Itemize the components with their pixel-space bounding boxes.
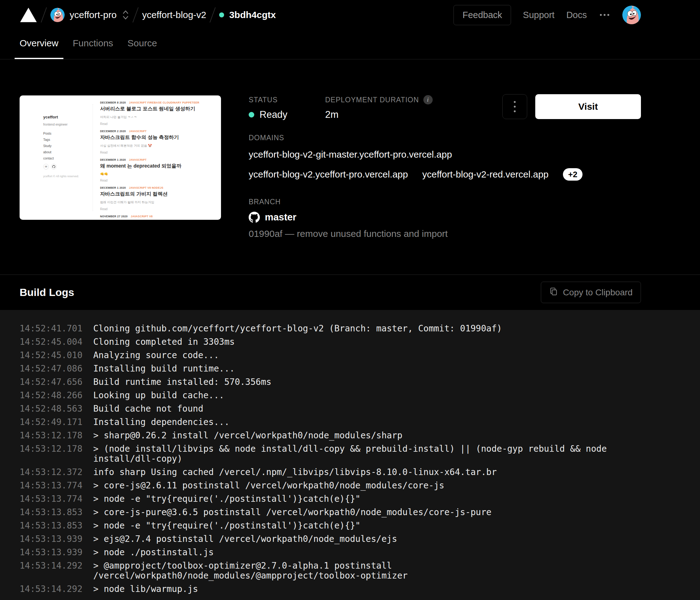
breadcrumb-separator <box>132 7 139 23</box>
preview-post-title: 서버리스로 블로그 포스트 썸네일 생성하기 <box>100 106 216 112</box>
log-timestamp: 14:52:47.656 <box>20 377 93 387</box>
preview-nav: PostsTagsStudyaboutcontact <box>43 131 90 160</box>
log-line: 14:53:13.774 > core-js@2.6.11 postinstal… <box>20 481 669 491</box>
tab[interactable]: Functions <box>68 30 118 59</box>
log-timestamp: 14:53:13.939 <box>20 547 93 557</box>
breadcrumb-separator <box>210 7 216 23</box>
log-message: > core-js@2.6.11 postinstall /vercel/wor… <box>93 481 444 491</box>
log-timestamp: 14:53:12.178 <box>20 430 93 441</box>
preview-posts: DECEMBER 8 2020 JAVASCRIPT FIREBASE CLOU… <box>100 101 216 220</box>
commit-message: 01990af — remove unused functions and im… <box>249 228 641 240</box>
feedback-button[interactable]: Feedback <box>453 5 511 25</box>
ready-status-dot <box>249 112 254 118</box>
domain-link[interactable]: yceffort-blog-v2.yceffort-pro.vercel.app <box>249 167 408 182</box>
preview-site-name: yceffort <box>43 115 90 119</box>
log-message: Build cache not found <box>93 404 203 414</box>
log-timestamp: 14:52:41.701 <box>20 324 93 333</box>
github-icon <box>249 212 260 223</box>
preview-post-read-link: Read <box>100 122 216 126</box>
preview-post-excerpt: 사실 실전에서 해본적은 거의 없음 🤡 <box>100 144 216 148</box>
breadcrumb-team[interactable]: yceffort-pro <box>50 8 117 22</box>
log-line: 14:53:13.939 > ejs@2.7.4 postinstall /ve… <box>20 534 669 544</box>
log-line: 14:53:13.853 > node -e "try{require('./p… <box>20 521 669 531</box>
log-timestamp: 14:52:49.171 <box>20 417 93 427</box>
deployment-id: 3bdh4cgtx <box>229 10 276 20</box>
log-timestamp: 14:52:47.086 <box>20 364 93 374</box>
preview-post-read-link: Read <box>100 179 216 182</box>
more-domains-badge[interactable]: +2 <box>563 168 583 181</box>
log-line: 14:53:12.178 > (node install/libvips && … <box>20 444 669 464</box>
preview-post-date: DECEMBER 8 2020 <box>100 101 126 104</box>
top-nav-actions: Feedback Support Docs <box>453 5 641 25</box>
log-message: Installing build runtime... <box>93 364 235 374</box>
log-timestamp: 14:52:45.004 <box>20 337 93 347</box>
preview-post-title: 자바스크립트의 가비지 컬렉션 <box>100 191 216 197</box>
breadcrumb-deployment[interactable]: 3bdh4cgtx <box>219 10 276 20</box>
tab[interactable]: Source <box>123 30 162 59</box>
preview-post-date: NOVEMBER 27 2020 <box>100 215 128 218</box>
log-timestamp: 14:53:13.939 <box>20 534 93 544</box>
preview-post: DECEMBER 8 2020 JAVASCRIPT FIREBASE CLOU… <box>100 101 216 126</box>
domain-link[interactable]: yceffort-blog-v2-git-master.yceffort-pro… <box>249 147 452 162</box>
branch-link[interactable]: master <box>265 212 297 223</box>
log-message: > node -e "try{require('./postinstall')}… <box>93 521 360 531</box>
log-message: Cloning github.com/yceffort/yceffort-blo… <box>93 324 502 333</box>
docs-link[interactable]: Docs <box>566 10 587 20</box>
deployment-overview: yceffort frontend engineer PostsTagsStud… <box>0 59 700 275</box>
log-timestamp: 14:53:13.774 <box>20 481 93 491</box>
log-timestamp: 14:53:14.292 <box>20 584 93 594</box>
team-name: yceffort-pro <box>70 10 117 20</box>
log-message: > sharp@0.26.2 install /vercel/workpath0… <box>93 430 402 441</box>
log-line: 14:53:12.178 > sharp@0.26.2 install /ver… <box>20 430 669 441</box>
log-message: Build runtime installed: 570.356ms <box>93 377 271 387</box>
log-line: 14:53:14.292 > @ampproject/toolbox-optim… <box>20 561 669 581</box>
log-timestamp: 14:53:13.853 <box>20 507 93 517</box>
preview-site: yceffort frontend engineer PostsTagsStud… <box>20 96 221 220</box>
support-link[interactable]: Support <box>523 10 554 20</box>
log-message: > node ./postinstall.js <box>93 547 214 557</box>
log-timestamp: 14:53:12.372 <box>20 467 93 477</box>
preview-footer: yceffort © All rights reserved. <box>43 175 90 178</box>
tab[interactable]: Overview <box>15 30 64 59</box>
breadcrumb-project[interactable]: yceffort-blog-v2 <box>142 10 206 20</box>
preview-nav-item: Tags <box>43 138 90 142</box>
user-avatar[interactable] <box>622 6 641 24</box>
more-menu-icon[interactable] <box>599 14 610 16</box>
preview-post: DECEMBER 2 2020 JAVASCRIPT 자바스크립트 함수의 성능… <box>100 130 216 154</box>
team-switcher-icon[interactable] <box>122 10 129 20</box>
deployment-menu-button[interactable] <box>502 94 527 119</box>
top-navigation: yceffort-pro yceffort-blog-v2 3bdh4cgtx … <box>0 0 700 30</box>
log-message: Cloning completed in 3303ms <box>93 337 235 347</box>
preview-post: NOVEMBER 27 2020 JAVASCRIPT V8 <box>100 215 216 220</box>
duration-value: 2m <box>325 108 433 121</box>
duration-label: DEPLOYMENT DURATION <box>325 96 419 104</box>
log-message: Installing dependencies... <box>93 417 229 427</box>
log-message: > ejs@2.7.4 postinstall /vercel/workpath… <box>93 534 397 544</box>
preview-nav-item: Posts <box>43 131 90 135</box>
build-log-output[interactable]: 14:52:41.701 Cloning github.com/yceffort… <box>0 310 700 600</box>
breadcrumb-separator <box>41 7 47 23</box>
preview-site-role: frontend engineer <box>43 123 90 126</box>
vercel-logo-icon[interactable] <box>20 7 37 23</box>
log-message: > node -e "try{require('./postinstall')}… <box>93 494 360 504</box>
preview-post-excerpt: 👊👊 <box>100 172 216 176</box>
visit-button[interactable]: Visit <box>535 94 641 119</box>
info-icon[interactable]: i <box>423 95 433 104</box>
domain-link[interactable]: yceffort-blog-v2-red.vercel.app <box>422 167 548 182</box>
preview-post-tags: JAVASCRIPT <box>129 130 147 133</box>
preview-nav-item: Study <box>43 144 90 148</box>
team-avatar <box>50 8 65 22</box>
preview-post-excerpt: 원래 이런건 이해가 될때 까지 하는거임 <box>100 200 216 204</box>
log-message: > node lib/warmup.js <box>93 584 198 594</box>
log-line: 14:53:13.774 > node -e "try{require('./p… <box>20 494 669 504</box>
deployment-preview-thumbnail[interactable]: yceffort frontend engineer PostsTagsStud… <box>20 96 221 220</box>
breadcrumb: yceffort-pro yceffort-blog-v2 3bdh4cgtx <box>20 7 276 23</box>
copy-to-clipboard-button[interactable]: Copy to Clipboard <box>541 282 641 303</box>
log-line: 14:52:48.563 Build cache not found <box>20 404 669 414</box>
preview-post-title: 왜 moment 는 deprecated 되었을까 <box>100 163 216 170</box>
preview-post-read-link: Read <box>100 207 216 211</box>
log-line: 14:52:48.266 Looking up build cache... <box>20 391 669 400</box>
log-line: 14:53:12.372 info sharp Using cached /ve… <box>20 467 669 477</box>
copy-icon <box>549 287 558 298</box>
preview-post-date: DECEMBER 1 2020 <box>100 186 126 189</box>
